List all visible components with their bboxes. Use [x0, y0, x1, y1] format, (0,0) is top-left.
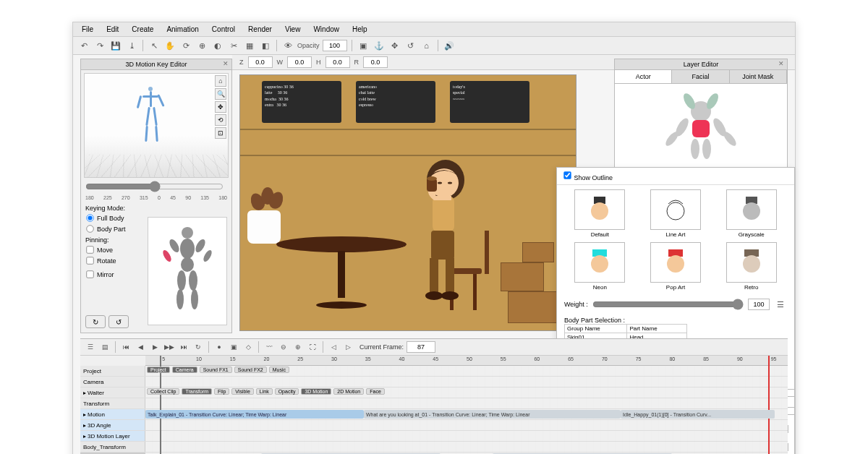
- clip[interactable]: 2D Motion: [333, 388, 364, 395]
- clip[interactable]: Link: [256, 388, 273, 395]
- tool3-icon[interactable]: ✂: [227, 39, 240, 52]
- fit-icon[interactable]: ⛶: [307, 341, 318, 353]
- clip[interactable]: Camera: [172, 367, 197, 373]
- viewport-canvas[interactable]: cappucino 30 36latte 30 36mocha 30 36ext…: [239, 74, 576, 331]
- key-icon[interactable]: ◇: [242, 341, 254, 353]
- track-transform[interactable]: Transform: [80, 398, 788, 409]
- home-view-icon[interactable]: ⌂: [215, 75, 226, 87]
- motion-clip[interactable]: Idle_Happy_01(1)[0] - Transition Curv...: [621, 410, 775, 419]
- move-icon[interactable]: ✥: [388, 39, 401, 52]
- track-camera[interactable]: Camera: [80, 377, 788, 387]
- reset-icon[interactable]: ↺: [404, 39, 417, 52]
- eye-icon[interactable]: 👁: [281, 39, 294, 52]
- clip[interactable]: Opacity: [275, 388, 299, 395]
- clip[interactable]: Music: [269, 367, 289, 373]
- style-popart[interactable]: Pop Art: [640, 242, 712, 291]
- angle-slider[interactable]: [85, 181, 224, 192]
- clip[interactable]: Sound FX1: [200, 367, 232, 373]
- tool5-icon[interactable]: ◧: [259, 39, 272, 52]
- step-fwd-icon[interactable]: ▶▶: [163, 341, 175, 353]
- tool2-icon[interactable]: ◐: [211, 39, 224, 52]
- track-walter[interactable]: ▸Walter Collect Clip Transform Flip Visi…: [80, 387, 788, 398]
- weight-input[interactable]: [748, 299, 770, 310]
- style-grayscale[interactable]: Grayscale: [715, 189, 787, 238]
- tool-icon[interactable]: ⊕: [195, 39, 208, 52]
- loop-icon[interactable]: ↻: [192, 341, 204, 353]
- motion-clip[interactable]: Talk_Explain_01 - Transition Curve: Line…: [145, 410, 364, 419]
- tab-facial[interactable]: Facial: [672, 70, 729, 83]
- tab-joint-mask[interactable]: Joint Mask: [730, 70, 787, 83]
- reset-view-icon[interactable]: ⊡: [215, 127, 226, 139]
- play-icon[interactable]: ▶: [149, 341, 161, 353]
- arrow-icon[interactable]: ↖: [148, 39, 161, 52]
- camera-icon[interactable]: ▣: [357, 39, 370, 52]
- list-icon[interactable]: ☰: [774, 298, 787, 311]
- rec-icon[interactable]: ●: [213, 341, 225, 353]
- track-3d-motion-layer[interactable]: ▸3D Motion Layer: [80, 431, 788, 442]
- style-retro[interactable]: Retro: [715, 242, 787, 291]
- menu-animation[interactable]: Animation: [163, 24, 201, 35]
- rotate-icon[interactable]: ⟳: [179, 39, 192, 52]
- cycle-right-button[interactable]: ↺: [109, 315, 129, 328]
- track-3d-angle[interactable]: ▸3D Angle: [80, 420, 788, 431]
- menu-window[interactable]: Window: [310, 24, 342, 35]
- zoom-in-icon[interactable]: ⊕: [292, 341, 304, 353]
- menu-render[interactable]: Render: [245, 24, 275, 35]
- current-frame-input[interactable]: [407, 341, 435, 353]
- close-icon[interactable]: ✕: [778, 60, 784, 67]
- style-default[interactable]: Default: [564, 189, 636, 238]
- w-input[interactable]: [287, 56, 312, 68]
- h-input[interactable]: [326, 56, 350, 68]
- menu-help[interactable]: Help: [349, 24, 370, 35]
- pose-3d-viewport[interactable]: ⌂ 🔍 ✥ ⟲ ⊡: [84, 73, 229, 178]
- clip[interactable]: Flip: [214, 388, 229, 395]
- zoom-icon[interactable]: 🔍: [215, 88, 226, 100]
- menu-file[interactable]: File: [79, 24, 96, 35]
- tool4-icon[interactable]: ▦: [243, 39, 256, 52]
- clip[interactable]: Visible: [231, 388, 254, 395]
- cam-icon[interactable]: ▣: [228, 341, 239, 353]
- goto-end-icon[interactable]: ⏭: [178, 341, 190, 353]
- tl-menu-icon[interactable]: ☰: [85, 341, 96, 353]
- tab-actor[interactable]: Actor: [615, 70, 672, 83]
- frame-fwd-icon[interactable]: ▷: [342, 341, 354, 353]
- track-motion[interactable]: ▸Motion Talk_Explain_01 - Transition Cur…: [80, 409, 788, 420]
- r-input[interactable]: [363, 56, 388, 68]
- curve-icon[interactable]: 〰: [263, 341, 275, 353]
- menu-edit[interactable]: Edit: [103, 24, 122, 35]
- anchor-icon[interactable]: ⚓: [373, 39, 386, 52]
- timeline-ruler[interactable]: 5101520253035404550556065707580859095: [145, 356, 788, 366]
- clip[interactable]: Sound FX2: [234, 367, 267, 373]
- show-outline-check[interactable]: Show Outline: [563, 171, 613, 181]
- clip[interactable]: Face: [366, 388, 385, 395]
- clip[interactable]: Project: [147, 367, 170, 373]
- save-icon[interactable]: 💾: [109, 39, 122, 52]
- cycle-left-button[interactable]: ↻: [85, 315, 106, 328]
- step-back-icon[interactable]: ◀: [135, 341, 146, 353]
- menu-view[interactable]: View: [282, 24, 304, 35]
- menu-create[interactable]: Create: [129, 24, 156, 35]
- body-part-viewer[interactable]: [148, 217, 227, 325]
- pan-icon[interactable]: ✋: [163, 39, 176, 52]
- style-neon[interactable]: Neon: [564, 242, 636, 291]
- menu-control[interactable]: Control: [209, 24, 238, 35]
- goto-start-icon[interactable]: ⏮: [120, 341, 132, 353]
- redo-icon[interactable]: ↷: [93, 39, 106, 52]
- orbit-icon[interactable]: ⟲: [215, 114, 226, 126]
- clip[interactable]: 3D Motion: [301, 388, 331, 395]
- track-body-transform[interactable]: Body_Transform: [80, 442, 788, 453]
- clip[interactable]: Transform: [182, 388, 212, 395]
- close-icon[interactable]: ✕: [223, 60, 229, 67]
- export-icon[interactable]: ⤓: [125, 39, 138, 52]
- z-input[interactable]: [248, 56, 273, 68]
- clip[interactable]: Collect Clip: [147, 388, 179, 395]
- undo-icon[interactable]: ↶: [77, 39, 90, 52]
- move-view-icon[interactable]: ✥: [215, 101, 226, 113]
- track-project[interactable]: Project Project Camera Sound FX1 Sound F…: [80, 366, 788, 377]
- opacity-input[interactable]: [323, 40, 347, 51]
- sound-icon[interactable]: 🔊: [443, 39, 456, 52]
- tl-filter-icon[interactable]: ▤: [99, 341, 111, 353]
- zoom-out-icon[interactable]: ⊖: [278, 341, 289, 353]
- home-icon[interactable]: ⌂: [420, 39, 433, 52]
- motion-clip[interactable]: What are you looking at_01 - Transition …: [364, 410, 621, 419]
